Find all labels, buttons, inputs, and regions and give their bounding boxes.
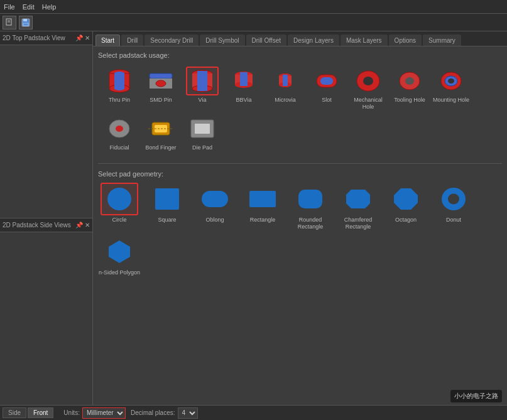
svg-rect-28: [283, 75, 288, 86]
tab-design-layers[interactable]: Design Layers: [288, 35, 339, 46]
pad-item-circle[interactable]: Circle: [98, 183, 141, 230]
panel-bottom-title: 2D Padstack Side Views: [3, 222, 71, 229]
pin-icon-top[interactable]: 📌: [75, 35, 83, 41]
pad-label-donut: Donut: [446, 217, 461, 223]
padstack-item-mounting-hole[interactable]: Mounting Hole: [432, 67, 470, 110]
svg-rect-47: [202, 191, 228, 207]
svg-rect-24: [240, 72, 248, 86]
pad-item-square[interactable]: Square: [146, 183, 188, 230]
padstack-item-microvia[interactable]: Microvia: [266, 67, 304, 110]
pad-shape-octagon: [387, 183, 425, 215]
status-tab-side[interactable]: Side: [3, 407, 26, 418]
padstack-label-mounting-hole: Mounting Hole: [433, 97, 469, 104]
padstack-row: Thru Pin SMD Pin Via BBVia Microvia Slot…: [98, 64, 502, 153]
tab-start[interactable]: Start: [95, 35, 120, 46]
pad-item-donut[interactable]: Donut: [432, 183, 475, 230]
tab-summary[interactable]: Summary: [423, 35, 461, 46]
new-button[interactable]: [3, 16, 16, 30]
pad-label-square: Square: [158, 217, 176, 223]
tab-options[interactable]: Options: [389, 35, 422, 46]
tab-drill-symbol[interactable]: Drill Symbol: [200, 35, 244, 46]
pad-shape-chamfered-rect: [339, 183, 377, 215]
pad-label-rounded-rect: Rounded Rectangle: [289, 217, 332, 230]
svg-rect-44: [195, 124, 210, 134]
padstack-item-bbvia[interactable]: BBVia: [225, 67, 263, 110]
padstack-label-via: Via: [199, 97, 207, 104]
padstack-label-tooling-hole: Tooling Hole: [394, 97, 425, 104]
close-icon-top[interactable]: ✕: [85, 35, 90, 41]
padstack-icon-mounting-hole: [435, 67, 467, 95]
padstack-item-slot[interactable]: Slot: [308, 67, 346, 110]
units-label: Units:: [63, 409, 80, 416]
decimal-select[interactable]: 2345: [178, 407, 198, 419]
left-panels: 2D Top Padstack View 📌 ✕ 2D Padstack Sid…: [0, 31, 93, 405]
padstack-item-mechanical-hole[interactable]: Mechanical Hole: [349, 67, 387, 110]
padstack-icon-bbvia: [227, 67, 260, 95]
padstack-label-thru-pin: Thru Pin: [109, 97, 130, 104]
padstack-item-fiducial[interactable]: Fiducial: [101, 114, 138, 151]
pad-label-octagon: Octagon: [395, 217, 417, 223]
svg-rect-30: [320, 77, 333, 85]
save-button[interactable]: [19, 16, 33, 30]
menu-help[interactable]: Help: [42, 3, 57, 11]
pad-shape-rectangle: [244, 183, 281, 215]
panel-bottom-header: 2D Padstack Side Views 📌 ✕: [0, 218, 92, 232]
padstack-icon-fiducial: [103, 114, 136, 143]
pad-shape-circle: [101, 183, 138, 215]
pad-item-oblong[interactable]: Oblong: [194, 183, 236, 230]
menu-file[interactable]: File: [4, 3, 15, 11]
pad-shape-rounded-rect: [292, 183, 329, 215]
tabs-bar: StartDrillSecondary DrillDrill SymbolDri…: [93, 31, 507, 46]
status-tab-front[interactable]: Front: [28, 407, 53, 418]
svg-point-20: [197, 87, 207, 90]
menu-edit[interactable]: Edit: [23, 3, 35, 11]
panel-bottom-icons: 📌 ✕: [75, 222, 90, 229]
main-content: StartDrillSecondary DrillDrill SymbolDri…: [93, 31, 507, 405]
padstack-label-smd-pin: SMD Pin: [150, 97, 172, 104]
padstack-item-tooling-hole[interactable]: Tooling Hole: [391, 67, 428, 110]
pad-item-rounded-rect[interactable]: Rounded Rectangle: [289, 183, 332, 230]
pin-icon-bottom[interactable]: 📌: [75, 222, 83, 229]
padstack-icon-microvia: [269, 67, 302, 95]
padstack-icon-tooling-hole: [393, 67, 426, 95]
padstack-item-smd-pin[interactable]: SMD Pin: [142, 67, 180, 110]
padstack-icon-thru-pin: [103, 67, 136, 95]
pad-shape-square: [148, 183, 186, 215]
tab-drill[interactable]: Drill: [121, 35, 143, 46]
pad-geo-section-label: Select pad geometry:: [98, 170, 502, 178]
svg-point-39: [116, 126, 123, 132]
tab-mask-layers[interactable]: Mask Layers: [341, 35, 388, 46]
pad-label-chamfered-rect: Chamfered Rectangle: [337, 217, 379, 230]
tab-secondary-drill[interactable]: Secondary Drill: [144, 35, 199, 46]
pad-item-rectangle[interactable]: Rectangle: [241, 183, 284, 230]
padstack-icon-die-pad: [186, 114, 219, 143]
padstack-item-via[interactable]: Via: [183, 67, 221, 110]
panel-top: 2D Top Padstack View 📌 ✕: [0, 31, 92, 218]
padstack-icon-mechanical-hole: [352, 67, 384, 95]
tab-drill-offset[interactable]: Drill Offset: [246, 35, 287, 46]
svg-point-34: [405, 77, 414, 85]
pad-shape-nsided-polygon: [101, 235, 138, 268]
svg-rect-12: [150, 73, 172, 78]
svg-marker-50: [346, 190, 370, 208]
svg-point-32: [363, 77, 373, 85]
padstack-label-bond-finger: Bond Finger: [145, 144, 176, 151]
content-area: Select padstack usage: Thru Pin SMD Pin …: [93, 46, 507, 405]
panel-top-title: 2D Top Padstack View: [3, 35, 65, 41]
padstack-icon-via: [186, 67, 219, 95]
pad-item-octagon[interactable]: Octagon: [384, 183, 427, 230]
padstack-icon-smd-pin: [144, 67, 177, 95]
padstack-item-bond-finger[interactable]: Bond Finger: [142, 114, 180, 151]
units-group: Units: MillimeterInchMil: [63, 407, 126, 419]
main-layout: 2D Top Padstack View 📌 ✕ 2D Padstack Sid…: [0, 31, 507, 405]
pad-label-rectangle: Rectangle: [250, 217, 276, 223]
pad-geo-row: CircleSquareOblongRectangleRounded Recta…: [98, 183, 502, 276]
pad-item-nsided-polygon[interactable]: n-Sided Polygon: [98, 235, 141, 276]
padstack-item-thru-pin[interactable]: Thru Pin: [101, 67, 138, 110]
svg-rect-10: [114, 73, 124, 89]
units-select[interactable]: MillimeterInchMil: [82, 407, 126, 419]
padstack-item-die-pad[interactable]: Die Pad: [183, 114, 221, 151]
pad-item-chamfered-rect[interactable]: Chamfered Rectangle: [337, 183, 379, 230]
close-icon-bottom[interactable]: ✕: [85, 222, 90, 229]
divider: [98, 163, 502, 164]
